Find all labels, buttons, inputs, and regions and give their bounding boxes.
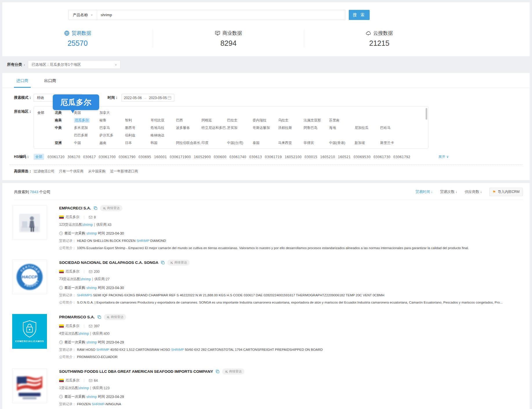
company-logo[interactable] <box>12 205 47 240</box>
sort-by-trade-count[interactable]: 贸易次数↓ <box>440 189 457 194</box>
stat-cloud-search-data[interactable]: 云搜数据 21215 <box>304 30 455 48</box>
region-item[interactable]: 哥斯达黎加 <box>253 125 278 130</box>
hs-code-item[interactable]: 03061740 <box>229 155 246 159</box>
region-item[interactable]: 格林纳达 <box>150 133 176 138</box>
company-name[interactable]: PROMARISCO S.A. <box>59 315 95 319</box>
region-item[interactable]: 阿拉伯联合酋长... <box>176 140 201 145</box>
radar-badge[interactable]: 商情雷达 <box>167 260 190 266</box>
region-item[interactable]: 斯里兰卡 <box>380 140 406 145</box>
keyword-highlight[interactable]: SHRIMP <box>92 402 105 406</box>
search-button[interactable]: 搜 索 <box>349 10 370 20</box>
region-item[interactable]: 尼加拉瓜 <box>355 125 380 130</box>
stat-trade-data[interactable]: 贸易数据 25570 <box>2 30 153 48</box>
region-item[interactable]: 洪都拉斯 <box>278 125 304 130</box>
hs-code-item[interactable]: 03061790 <box>119 155 136 159</box>
keyword-highlight[interactable]: SHRIMP <box>137 239 150 242</box>
radar-badge[interactable]: 商情雷达 <box>104 314 126 320</box>
region-item[interactable]: 日本 <box>125 140 150 145</box>
sort-by-supplier-count[interactable]: 供应商数↓ <box>465 189 482 194</box>
company-logo[interactable] <box>12 368 47 403</box>
advanced-filter-item[interactable]: 过滤物流公司 <box>34 169 55 174</box>
region-item[interactable]: 巴拉圭 <box>227 118 253 123</box>
region-item[interactable]: 多米尼加 <box>74 125 99 130</box>
company-name[interactable]: SOUTHWIND FOODS LLC DBA GREAT AMERICAN S… <box>59 369 213 374</box>
radar-badge[interactable]: 商情雷达 <box>100 205 122 211</box>
keyword-link[interactable]: shrimp <box>86 395 97 399</box>
import-crm-button[interactable]: ⚑ 导入内部CRM <box>489 188 523 196</box>
region-item[interactable]: 法属圭亚那 <box>304 118 329 123</box>
region-item[interactable]: 乌拉圭 <box>278 118 304 123</box>
keyword-highlight[interactable]: SHRIMP <box>96 348 109 351</box>
hs-code-item[interactable]: 03069530 <box>353 155 371 159</box>
region-item[interactable]: 厄瓜多尔 <box>74 118 99 123</box>
hs-code-item[interactable]: 030600 <box>214 155 226 159</box>
region-item[interactable]: 菲律宾 <box>304 140 329 145</box>
region-item[interactable]: 中国(香港) <box>329 140 355 145</box>
copy-icon[interactable] <box>97 315 101 319</box>
keyword-highlight[interactable]: SHRIMP <box>171 348 184 351</box>
hs-code-item[interactable]: 160521 <box>338 155 351 159</box>
region-item[interactable]: 巴西 <box>176 118 201 123</box>
copy-icon[interactable] <box>161 261 165 264</box>
date-range-picker[interactable]: 2022-05-06 → 2023-05-05 <box>121 94 174 102</box>
tab-exporters[interactable]: 出口商 <box>42 77 59 88</box>
region-item[interactable]: 加拿大 <box>99 110 125 115</box>
region-item[interactable]: 中国(台湾) <box>227 140 253 145</box>
tab-importers[interactable]: 进口商 <box>14 77 31 88</box>
region-item[interactable]: 韩国 <box>150 140 176 145</box>
region-item[interactable]: 马来西亚 <box>278 140 304 145</box>
keyword-link[interactable]: shrimp <box>79 386 89 390</box>
keyword-link[interactable]: shrimp <box>86 231 97 235</box>
region-item[interactable]: 中国 <box>74 140 99 145</box>
region-item[interactable]: 苏里南 <box>329 118 355 123</box>
hs-code-item[interactable]: 03061700 <box>99 155 116 159</box>
hs-code-item[interactable]: 030613 <box>249 155 262 159</box>
keyword-link[interactable]: shrimp <box>86 286 97 290</box>
company-logo[interactable]: COMERCIALIZAMOS <box>12 314 47 349</box>
keyword-link[interactable]: shrimp <box>79 332 89 336</box>
search-category-select[interactable]: 产品名称 ∨ <box>69 10 97 20</box>
region-item[interactable]: 波多黎各 <box>176 125 201 130</box>
hs-code-item[interactable]: 1605210 <box>320 155 335 159</box>
keyword-link[interactable]: shrimp <box>86 340 97 344</box>
region-item[interactable]: 阿根廷 <box>201 118 227 123</box>
copy-icon[interactable] <box>94 206 97 210</box>
hs-code-item[interactable]: 03061719 <box>265 155 282 159</box>
region-item[interactable]: 危地马拉 <box>150 125 176 130</box>
region-item[interactable]: 新加坡 <box>355 140 380 145</box>
region-item[interactable]: 巴拿马 <box>99 125 125 130</box>
region-item[interactable]: 委内瑞拉 <box>253 118 278 123</box>
region-item[interactable]: 越南 <box>99 140 125 145</box>
hs-code-item[interactable]: 16052900 <box>194 155 211 159</box>
region-item[interactable]: 巴哈马 <box>380 125 406 130</box>
stat-business-data[interactable]: 商业数据 8294 <box>153 30 304 48</box>
region-filter-select[interactable]: 已选地区：厄瓜多尔等1个地区 ∨ <box>28 60 121 69</box>
keyword-link[interactable]: shrimp <box>82 223 93 227</box>
region-item[interactable]: 特立尼达和多巴... <box>201 125 227 130</box>
advanced-filter-item[interactable]: 只有一个供应商 <box>59 169 83 174</box>
keyword-link[interactable]: shrimp <box>80 277 91 281</box>
hs-code-item[interactable]: 030015 <box>304 155 317 159</box>
region-item[interactable]: 秘鲁 <box>99 118 125 123</box>
region-item[interactable]: 泰国 <box>253 140 278 145</box>
region-item[interactable]: 海地 <box>329 125 355 130</box>
hs-code-item[interactable]: 16052100 <box>285 155 302 159</box>
radar-badge[interactable]: 商情雷达 <box>222 368 244 375</box>
scrollbar-thumb[interactable] <box>426 108 427 120</box>
search-input[interactable] <box>97 10 345 20</box>
region-item[interactable]: 阿鲁巴岛 <box>304 125 329 130</box>
keyword-highlight[interactable]: SHRIMPS <box>77 293 92 297</box>
category-label[interactable]: 所有分类 <box>7 62 22 67</box>
region-item[interactable]: 哥伦比亚 <box>150 118 176 123</box>
expand-link[interactable]: 展开 ∨ <box>438 154 449 159</box>
sort-by-trade-time[interactable]: 贸易时间↓ <box>415 189 433 194</box>
hs-code-item[interactable]: 030695 <box>138 155 151 159</box>
company-name[interactable]: EMPACRECI S.A. <box>59 206 91 210</box>
region-item[interactable]: 牙买加 <box>227 125 253 130</box>
company-logo[interactable]: CERTIFIED PRODUCT HACCP <box>12 260 47 294</box>
region-item[interactable]: 智利 <box>125 118 150 123</box>
region-item[interactable]: 萨尔瓦多 <box>99 133 125 138</box>
hs-all-chip[interactable]: 全部 <box>34 154 44 160</box>
region-item[interactable]: 印度 <box>201 140 227 145</box>
hs-code-item[interactable]: 03061730 <box>373 155 391 159</box>
